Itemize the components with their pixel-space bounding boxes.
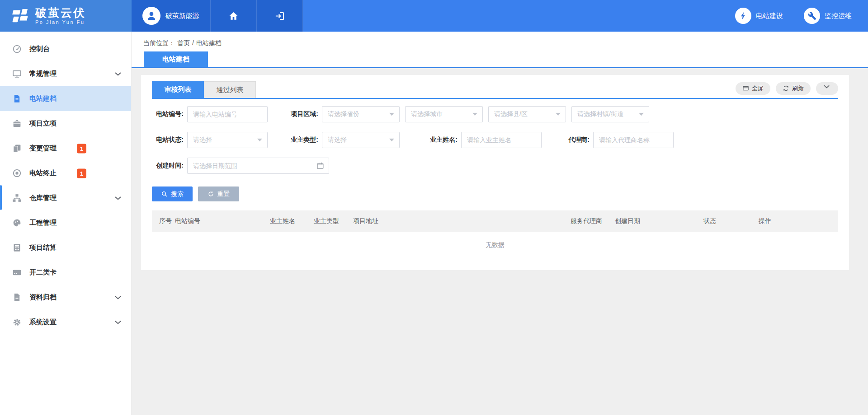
caret-down-icon [556, 113, 561, 116]
lightning-icon [735, 8, 751, 24]
nav-monitor-ops[interactable]: 监控运维 [804, 8, 852, 24]
logo-subtitle: Po Jian Yun Fu [35, 19, 86, 25]
station-status-label: 电站状态: [152, 136, 187, 144]
avatar [142, 7, 160, 25]
reset-icon [208, 191, 214, 197]
reset-button-label: 重置 [217, 190, 230, 198]
app-logo: 破茧云伏 Po Jian Yun Fu [0, 0, 132, 32]
caret-down-icon [472, 113, 477, 116]
date-range-input[interactable] [187, 158, 329, 174]
col-owner-type: 业主类型 [314, 217, 353, 225]
breadcrumb-prefix: 当前位置： [143, 39, 175, 47]
sidebar-item-data-archive[interactable]: 资料归档 [0, 285, 131, 310]
sidebar-item-system-settings[interactable]: 系统设置 [0, 310, 131, 335]
chevron-down-icon [115, 321, 121, 324]
sidebar-item-station-filing[interactable]: 电站建档 [0, 86, 131, 111]
tabs-underline [152, 98, 838, 99]
copy-icon [12, 144, 22, 153]
region-label: 项目区域: [268, 110, 322, 118]
owner-name-input[interactable] [461, 132, 542, 148]
tab-review-list[interactable]: 审核列表 [152, 81, 204, 98]
caret-down-icon [389, 113, 394, 116]
refresh-button[interactable]: 刷新 [776, 82, 811, 95]
caret-down-icon [257, 139, 262, 142]
search-form: 电站编号: 项目区域: 请选择省份 请选择城市 请选择县/区 [152, 106, 838, 174]
fullscreen-button[interactable]: 全屏 [736, 82, 770, 95]
date-range-picker[interactable] [187, 158, 329, 174]
caret-down-icon [639, 113, 644, 116]
owner-name-label: 业主姓名: [400, 136, 461, 144]
station-no-input[interactable] [187, 106, 268, 122]
user-name: 破茧新能源 [165, 12, 199, 20]
reset-button[interactable]: 重置 [198, 187, 239, 201]
tab-passed-list[interactable]: 通过列表 [204, 81, 256, 98]
dashboard-icon [12, 44, 22, 54]
table-header-row: 序号 电站编号 业主姓名 业主类型 项目地址 服务代理商 创建日期 状态 操作 [152, 210, 838, 232]
village-select[interactable]: 请选择村镇/街道 [571, 106, 649, 122]
sidebar-item-label: 系统设置 [29, 318, 57, 326]
search-button-label: 搜索 [171, 190, 184, 198]
breadcrumb: 当前位置： 首页 / 电站建档 [132, 32, 868, 47]
archive-icon [12, 293, 22, 302]
sidebar-item-project-settlement[interactable]: 项目结算 [0, 235, 131, 260]
palette-icon [12, 218, 22, 228]
sidebar-item-label: 仓库管理 [29, 194, 57, 202]
calculator-icon [12, 243, 22, 252]
fullscreen-label: 全屏 [752, 84, 764, 93]
col-index: 序号 [159, 217, 175, 225]
sidebar-item-warehouse-management[interactable]: 仓库管理 [0, 186, 131, 210]
monitor-icon [12, 69, 22, 79]
sidebar-item-general-management[interactable]: 常规管理 [0, 61, 131, 86]
logo-title: 破茧云伏 [35, 7, 86, 19]
county-select[interactable]: 请选择县/区 [488, 106, 566, 122]
station-filing-panel: 审核列表 通过列表 全屏 刷新 [141, 75, 849, 270]
owner-type-select[interactable]: 请选择 [322, 132, 400, 148]
gear-icon [12, 317, 22, 327]
sidebar-item-station-termination[interactable]: 电站终止 1 [0, 161, 131, 186]
document-icon [12, 94, 22, 103]
user-menu[interactable]: 破茧新能源 [132, 0, 211, 32]
station-status-select[interactable]: 请选择 [187, 132, 268, 148]
sidebar-item-label: 资料归档 [29, 293, 57, 302]
province-select[interactable]: 请选择省份 [322, 106, 400, 122]
sidebar-item-project-initiation[interactable]: 项目立项 [0, 111, 131, 136]
collapse-button[interactable] [816, 82, 838, 95]
col-owner-name: 业主姓名 [270, 217, 314, 225]
nav-station-build-label: 电站建设 [756, 12, 783, 20]
search-button[interactable]: 搜索 [152, 187, 193, 201]
home-button[interactable] [211, 0, 257, 32]
wrench-icon [804, 8, 820, 24]
calendar-icon [316, 162, 324, 170]
col-status: 状态 [703, 217, 759, 225]
sidebar-item-change-management[interactable]: 变更管理 1 [0, 136, 131, 161]
sidebar-item-label: 项目结算 [29, 243, 57, 252]
page-tab-station-filing[interactable]: 电站建档 [144, 51, 208, 67]
main-area: 当前位置： 首页 / 电站建档 电站建档 审核列表 通过列表 全屏 [132, 32, 868, 415]
breadcrumb-current: 电站建档 [196, 39, 222, 47]
chevron-down-icon [115, 296, 121, 299]
sidebar-item-label: 常规管理 [29, 70, 57, 78]
city-select[interactable]: 请选择城市 [405, 106, 483, 122]
search-icon [161, 191, 168, 197]
login-arrow-icon [274, 11, 285, 21]
breadcrumb-separator: / [192, 39, 194, 47]
col-station-no: 电站编号 [175, 217, 270, 225]
sidebar-item-engineering-management[interactable]: 工程管理 [0, 210, 131, 235]
agent-input[interactable] [593, 132, 674, 148]
sidebar-item-class2-card[interactable]: 开二类卡 [0, 260, 131, 285]
chevron-down-icon [115, 72, 121, 76]
refresh-icon [783, 85, 789, 92]
card-icon [12, 268, 22, 277]
home-icon [228, 11, 239, 21]
app-header: 破茧云伏 Po Jian Yun Fu 破茧新能源 电 [0, 0, 868, 32]
sidebar-item-label: 电站终止 [29, 169, 57, 177]
content-area: 审核列表 通过列表 全屏 刷新 [132, 70, 868, 415]
logout-button[interactable] [257, 0, 303, 32]
sidebar-item-console[interactable]: 控制台 [0, 37, 131, 61]
fullscreen-icon [742, 85, 749, 92]
caret-down-icon [389, 139, 394, 142]
sidebar-item-label: 项目立项 [29, 119, 57, 128]
owner-type-label: 业主类型: [268, 136, 322, 144]
breadcrumb-home-link[interactable]: 首页 [177, 39, 190, 47]
nav-station-build[interactable]: 电站建设 [735, 8, 783, 24]
